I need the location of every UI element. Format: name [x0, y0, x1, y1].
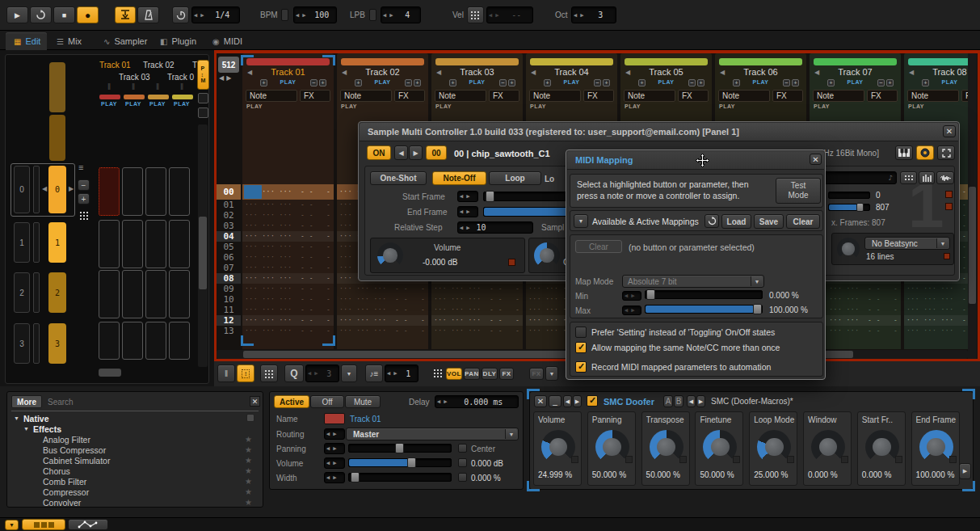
width-stepper[interactable]: ◀▶: [324, 472, 345, 483]
pattern-row[interactable]: ··· ··· ··· - - - - ··· ··· ··· ···: [904, 315, 969, 326]
routing-dropdown[interactable]: Master▼: [346, 428, 519, 440]
automation-button[interactable]: [68, 519, 108, 530]
pattern-row[interactable]: ··· ··· ··· - - - - ··· ··· ··· ···: [431, 294, 523, 305]
remove-column-icon[interactable]: −: [310, 79, 318, 86]
track-color-bar[interactable]: [435, 58, 519, 65]
sequence-pattern-block[interactable]: 3: [48, 323, 66, 364]
max-slider[interactable]: [645, 305, 763, 314]
sequence-mute-box[interactable]: [33, 166, 40, 213]
test-mode-button[interactable]: Test Mode: [776, 178, 821, 204]
device-prev-button[interactable]: ◀: [563, 395, 572, 407]
stepper-left-icon[interactable]: ◀: [572, 12, 578, 19]
stepper-left-icon[interactable]: ◀: [385, 370, 392, 377]
tree-item-chorus[interactable]: Chorus: [43, 466, 70, 476]
mini-track-name[interactable]: Track 03: [119, 73, 150, 82]
knob-volume[interactable]: [541, 430, 575, 464]
pattern-row[interactable]: ··· ··· ··· - - - - ··· ··· ··· ···: [904, 305, 969, 315]
matrix-cell[interactable]: [169, 167, 190, 216]
fx-column-header[interactable]: FX: [300, 90, 330, 102]
favorite-star-icon[interactable]: ★: [245, 456, 252, 465]
track-name[interactable]: Track 04: [526, 67, 617, 77]
stop-button[interactable]: ■: [53, 6, 75, 23]
matrix-cell[interactable]: [169, 220, 190, 268]
tree-item-convolver[interactable]: Convolver: [43, 498, 81, 508]
record-button[interactable]: ●: [77, 6, 99, 23]
mappings-clear-button[interactable]: Clear: [786, 214, 820, 229]
fx-dropdown-button[interactable]: ▼: [545, 366, 558, 381]
pattern-row[interactable]: ··· ··· ··· - - - - ··· ··· ··· ···: [242, 221, 334, 231]
stepper-right-icon[interactable]: ▶: [331, 474, 338, 481]
chevron-right-icon[interactable]: ▶: [69, 185, 74, 192]
stepper-left-icon[interactable]: ◀: [458, 225, 465, 231]
fx-column-button[interactable]: FX: [499, 368, 514, 380]
automation-marker[interactable]: [508, 259, 515, 266]
sequence-position-box[interactable]: 2: [14, 272, 30, 313]
add-column-icon[interactable]: +: [603, 79, 610, 86]
knob-window[interactable]: [811, 430, 845, 464]
track-color-bar[interactable]: [908, 58, 969, 65]
loop-button[interactable]: [30, 6, 52, 23]
stepper-left-icon[interactable]: ◀: [325, 474, 331, 481]
add-column-icon[interactable]: +: [319, 79, 326, 86]
note-column-header[interactable]: Note: [813, 90, 864, 102]
pattern-row[interactable]: ··· ··· ··· - - - - ··· ··· ··· ···: [242, 252, 334, 263]
stepper-right-icon[interactable]: ▶: [465, 193, 471, 200]
smc-keyzone-button[interactable]: [895, 145, 913, 160]
doofer-expand-button[interactable]: ▶: [959, 463, 971, 479]
more-button[interactable]: More: [11, 395, 42, 408]
mini-track-name[interactable]: Track 01: [99, 61, 131, 70]
sequence-block[interactable]: [49, 115, 65, 161]
pattern-row[interactable]: ··· ··· ··· - - - - ··· ··· ··· ···: [242, 284, 334, 294]
tree-item-analog-filter[interactable]: Analog Filter: [43, 435, 90, 445]
stepper-right-icon[interactable]: ▶: [465, 225, 471, 231]
stepper-left-icon[interactable]: ◀: [458, 209, 465, 215]
footer-dropdown-button[interactable]: ▼: [5, 520, 19, 530]
stepper-right-icon[interactable]: ▶: [392, 370, 398, 377]
pattern-row[interactable]: ··· ··· ··· - - - - ··· ··· ··· ···: [242, 200, 334, 210]
automation-marker[interactable]: [944, 253, 950, 259]
edit-step-button[interactable]: ♪≡: [365, 365, 383, 382]
midi-option-checkbox[interactable]: [575, 327, 587, 338]
pattern-cursor[interactable]: [244, 185, 262, 199]
tree-item-comb-filter[interactable]: Comb Filter: [43, 477, 86, 487]
slider-thumb[interactable]: [753, 304, 762, 314]
automation-marker[interactable]: [571, 456, 578, 463]
pattern-row[interactable]: ··· ··· ··· - - - - ··· ··· ··· ···: [904, 326, 969, 336]
note-column-header[interactable]: Note: [718, 90, 770, 102]
pattern-row[interactable]: ··· ··· ··· - - - - ··· ··· ··· ···: [904, 294, 969, 305]
panning-auto-checkbox[interactable]: [458, 444, 467, 453]
matrix-cell[interactable]: [169, 322, 190, 360]
fx-column-header[interactable]: FX: [583, 90, 614, 102]
automation-marker[interactable]: [787, 456, 794, 463]
fx-column-header[interactable]: FX: [772, 90, 803, 102]
min-slider[interactable]: [645, 290, 763, 299]
stepper-right-icon[interactable]: ▶: [331, 445, 338, 452]
pattern-row[interactable]: ··· ··· ··· - - - - ··· ··· ··· ···: [904, 284, 969, 294]
track-name[interactable]: Track 03: [431, 67, 523, 77]
stepper-left-icon[interactable]: ◀: [192, 12, 199, 19]
pattern-row[interactable]: ··· ··· ··· - - - - ··· ··· ··· ···: [337, 315, 428, 326]
slider-thumb[interactable]: [407, 457, 416, 468]
mode-note-off-button[interactable]: Note-Off: [432, 171, 486, 185]
matrix-cell[interactable]: [169, 270, 190, 318]
matrix-cell[interactable]: [122, 220, 143, 268]
favorite-star-icon[interactable]: ★: [245, 435, 252, 444]
note-column-header[interactable]: Note: [340, 90, 392, 102]
midi-dialog-titlebar[interactable]: MIDI Mapping ✕: [567, 151, 824, 170]
fx-column-header[interactable]: FX: [489, 90, 519, 102]
matrix-cell[interactable]: [122, 270, 143, 318]
smc-detach-button[interactable]: [937, 145, 955, 160]
panning-stepper[interactable]: ◀▶: [324, 443, 345, 454]
sequence-mute-box[interactable]: [33, 222, 40, 263]
mini-track-play-button[interactable]: PLAY: [101, 101, 117, 107]
pattern-track-1[interactable]: ◀Track 01+PLAY−+NoteFXPLAY··· ··· ··· - …: [242, 53, 334, 349]
mappings-save-button[interactable]: Save: [754, 214, 784, 229]
pattern-row[interactable]: ··· ··· ··· - - - - ··· ··· ··· ···: [431, 284, 523, 294]
smc-grid-view-button[interactable]: [900, 171, 917, 184]
preset-a-button[interactable]: A: [663, 395, 673, 407]
track-name[interactable]: Track 07: [810, 67, 901, 77]
remove-column-icon[interactable]: −: [877, 79, 885, 86]
slider-thumb[interactable]: [486, 191, 494, 202]
pattern-row[interactable]: ··· ··· ··· - - - - ··· ··· ··· ···: [242, 231, 334, 242]
selection-clear-button[interactable]: Clear: [575, 240, 622, 253]
